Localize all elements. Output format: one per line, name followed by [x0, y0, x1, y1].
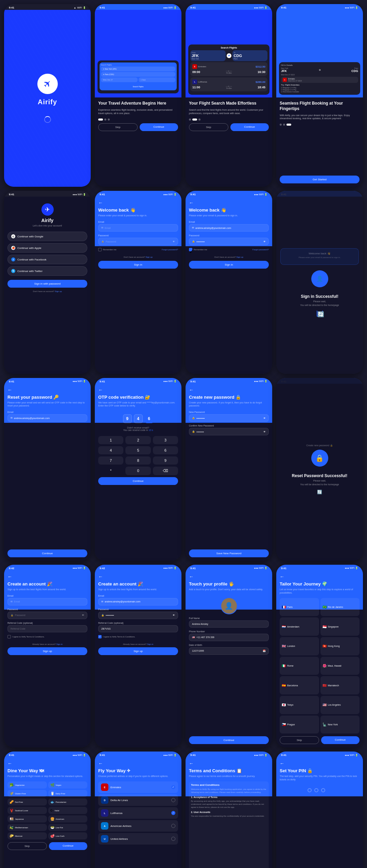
- referral-input[interactable]: ZB7VSG: [98, 625, 178, 632]
- back-button[interactable]: ←: [98, 574, 178, 579]
- back-button[interactable]: ←: [189, 200, 269, 205]
- meal-lowfat[interactable]: 🥗Low-Fat: [48, 824, 88, 831]
- nav-buttons[interactable]: Skip Continue: [98, 123, 178, 131]
- otp-box-1[interactable]: 9: [123, 414, 132, 423]
- password-input[interactable]: 🔒 Password 👁: [98, 238, 178, 245]
- continue-button[interactable]: Continue: [7, 549, 87, 557]
- key-9[interactable]: 9: [153, 456, 178, 465]
- signup-button[interactable]: Sign up: [98, 647, 178, 655]
- dest-rio[interactable]: 🇧🇷Rio de Janeiro: [320, 598, 360, 616]
- meal-dairyfree[interactable]: 🥛Dairy-Free: [48, 790, 88, 797]
- key-1[interactable]: 1: [98, 436, 123, 444]
- nav-buttons[interactable]: Skip Continue: [280, 736, 360, 744]
- signup-link[interactable]: Sign up: [55, 290, 62, 292]
- back-button[interactable]: ←: [189, 761, 269, 766]
- dob-input[interactable]: 12/27/1995 📅: [189, 647, 269, 655]
- skip-button[interactable]: Skip: [189, 123, 228, 131]
- continue-button[interactable]: Continue: [189, 736, 269, 744]
- meal-mediterranean[interactable]: 🫒Mediterranean: [7, 824, 47, 831]
- apple-login-button[interactable]: 🍎 Continue with Apple: [7, 243, 87, 253]
- meal-halal[interactable]: ☪Halal: [48, 807, 88, 814]
- airline-lufthansa[interactable]: L Lufthansa ✓: [98, 807, 178, 819]
- new-pw-input[interactable]: 🔒 •••••••••• 👁: [189, 414, 269, 422]
- key-backspace[interactable]: ⌫: [153, 467, 178, 475]
- meal-japanese[interactable]: 🍱Japanese: [7, 815, 47, 822]
- back-button[interactable]: ←: [7, 387, 87, 393]
- agree-checkbox[interactable]: [7, 635, 11, 638]
- forgot-password-link[interactable]: Forgot password?: [162, 249, 178, 251]
- back-button[interactable]: ←: [7, 574, 87, 579]
- confirm-pw-input[interactable]: 🔒 ••••••••• 👁: [189, 428, 269, 435]
- dest-newyork[interactable]: 🗽New York: [320, 716, 360, 734]
- dest-tokyo[interactable]: 🇯🇵Tokyo: [280, 696, 319, 714]
- meal-pescatarian[interactable]: 🐟Pescatarian: [48, 798, 88, 806]
- skip-button[interactable]: Skip: [98, 123, 138, 131]
- nav-buttons[interactable]: Skip Continue: [189, 123, 269, 131]
- signup-link[interactable]: Sign up: [146, 256, 153, 258]
- agree-checkbox[interactable]: ✓: [98, 635, 102, 638]
- phone-input[interactable]: 🇺🇸 +11 467 378 399: [189, 634, 269, 641]
- remember-checkbox[interactable]: ✓: [189, 248, 192, 251]
- dest-barcelona[interactable]: 🇪🇸Barcelona: [280, 676, 319, 694]
- continue-button[interactable]: Continue: [321, 736, 360, 744]
- key-0[interactable]: 0: [125, 467, 151, 475]
- meal-nutfree[interactable]: 🥜Nut-Free: [7, 798, 47, 806]
- get-started-button[interactable]: Get Started: [280, 176, 360, 183]
- key-8[interactable]: 8: [125, 456, 151, 465]
- email-input[interactable]: ✉ Email: [7, 598, 87, 605]
- dest-amsterdam[interactable]: 🇳🇱Amsterdam: [280, 617, 319, 636]
- meal-mexican[interactable]: 🌮Mexican: [7, 832, 47, 839]
- signin-link[interactable]: Sign-in: [147, 643, 154, 645]
- meal-vegetarian[interactable]: 🥦Vegetarian: [7, 781, 47, 789]
- back-button[interactable]: ←: [98, 200, 178, 205]
- otp-box-2[interactable]: 4: [134, 414, 143, 423]
- nav-buttons[interactable]: Skip Continue: [7, 842, 87, 850]
- meal-glutenfree[interactable]: 🌾Gluten-Free: [7, 790, 47, 797]
- lufthansa-check[interactable]: ✓: [171, 811, 175, 815]
- dest-singapore[interactable]: 🇸🇬Singapore: [320, 617, 360, 636]
- key-5[interactable]: 5: [125, 446, 151, 454]
- password-input[interactable]: 🔒 Password 👁: [7, 612, 87, 619]
- sign-in-button[interactable]: Sign in: [98, 261, 178, 269]
- dest-prague[interactable]: 🇨🇿Prague: [280, 716, 319, 734]
- key-2[interactable]: 2: [125, 436, 151, 444]
- airline-emirates[interactable]: E Emirates ✓: [98, 781, 178, 793]
- dest-paris[interactable]: 🇫🇷Paris: [280, 598, 319, 616]
- airline-united[interactable]: U United Airlines: [98, 833, 178, 845]
- dest-marrakech[interactable]: 🇲🇦Marrakech: [320, 676, 360, 694]
- numpad[interactable]: 1 2 3 4 5 6 7 8 9 * 0 ⌫: [98, 436, 178, 475]
- delta-check-empty[interactable]: [171, 798, 175, 802]
- email-input[interactable]: ✉ andrew.ainsley@yourdomain.com: [98, 598, 178, 605]
- continue-button[interactable]: Continue: [49, 842, 88, 850]
- twitter-login-button[interactable]: 𝕏 Continue with Twitter: [7, 266, 87, 276]
- key-7[interactable]: 7: [98, 456, 123, 465]
- otp-box-3[interactable]: 6: [145, 414, 154, 423]
- forgot-password-link[interactable]: Forgot password?: [252, 249, 269, 251]
- profile-avatar[interactable]: 👤: [221, 597, 238, 614]
- key-6[interactable]: 6: [153, 446, 178, 454]
- continue-button[interactable]: Continue: [230, 123, 269, 131]
- skip-button[interactable]: Skip: [7, 842, 47, 850]
- google-login-button[interactable]: G Continue with Google: [7, 232, 87, 241]
- signup-link[interactable]: Sign up: [237, 256, 243, 258]
- email-input[interactable]: ✉ andrew.ainsley@yourdomain.com: [189, 224, 269, 232]
- dest-maui[interactable]: 🌺Maui, Hawaii: [320, 657, 360, 675]
- back-button[interactable]: ←: [189, 387, 269, 393]
- dest-hongkong[interactable]: 🇭🇰Hong Kong: [320, 637, 360, 655]
- continue-button[interactable]: Continue: [98, 477, 178, 485]
- meal-seafood[interactable]: 🦞Seafood Lover: [7, 807, 47, 814]
- airline-delta[interactable]: D Delta Air Lines: [98, 794, 178, 806]
- airline-american[interactable]: A American Airlines: [98, 820, 178, 832]
- sign-in-password-button[interactable]: Sign in with password: [7, 280, 87, 288]
- emirates-check[interactable]: ✓: [171, 785, 175, 789]
- dest-rome[interactable]: 🇮🇹Rome: [280, 657, 319, 675]
- remember-checkbox[interactable]: [98, 248, 102, 251]
- facebook-login-button[interactable]: f Continue with Facebook: [7, 255, 87, 264]
- back-button[interactable]: ←: [98, 387, 178, 393]
- back-button[interactable]: ←: [280, 761, 360, 766]
- continue-button[interactable]: Continue: [140, 123, 178, 131]
- back-button[interactable]: ←: [98, 761, 178, 766]
- american-check-empty[interactable]: [171, 824, 175, 828]
- email-input[interactable]: ✉ Email: [98, 224, 178, 232]
- key-4[interactable]: 4: [98, 446, 123, 454]
